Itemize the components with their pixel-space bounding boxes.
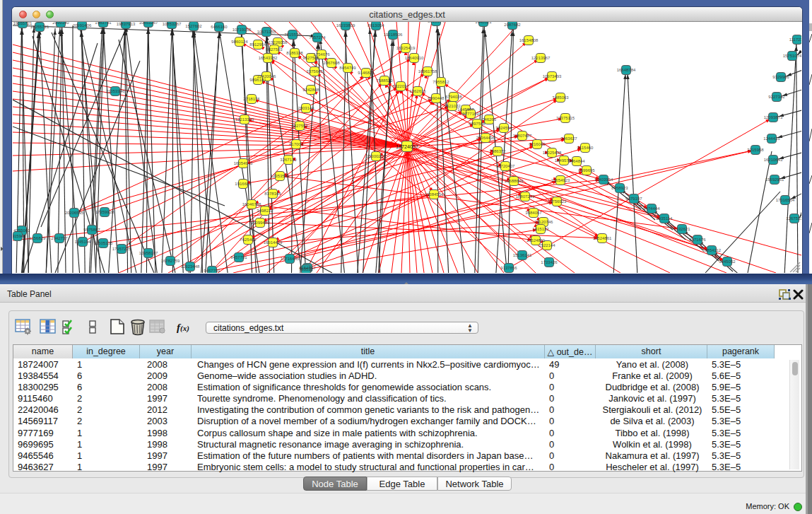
svg-text:9474444: 9474444 (643, 206, 660, 211)
svg-text:16961758: 16961758 (418, 69, 437, 74)
svg-text:13226058: 13226058 (269, 40, 288, 45)
svg-text:16914429: 16914429 (264, 240, 283, 245)
svg-text:13716485: 13716485 (281, 257, 300, 261)
svg-text:7955812: 7955812 (433, 80, 449, 84)
svg-text:9457791: 9457791 (230, 255, 247, 259)
svg-text:16120746: 16120746 (534, 220, 553, 224)
svg-text:19837913: 19837913 (117, 22, 136, 26)
svg-text:2942737: 2942737 (51, 236, 68, 240)
svg-text:12213369: 12213369 (235, 117, 254, 122)
svg-text:8813054: 8813054 (367, 23, 384, 28)
svg-text:9827503: 9827503 (266, 47, 283, 52)
svg-text:10025438: 10025438 (543, 151, 562, 155)
svg-text:3684067: 3684067 (525, 211, 542, 215)
svg-text:12093873: 12093873 (764, 115, 783, 119)
svg-text:15692951: 15692951 (765, 177, 784, 182)
svg-text:16046768: 16046768 (242, 202, 261, 206)
svg-text:15099489: 15099489 (251, 221, 270, 225)
svg-text:9146821: 9146821 (358, 71, 375, 75)
svg-text:16782759: 16782759 (161, 259, 180, 263)
svg-text:8186328: 8186328 (286, 51, 303, 55)
svg-text:16154808: 16154808 (519, 38, 539, 42)
svg-text:17016504: 17016504 (776, 198, 795, 202)
svg-text:10958107: 10958107 (139, 251, 158, 255)
svg-text:9457791: 9457791 (204, 269, 220, 273)
svg-text:9227342: 9227342 (768, 95, 785, 99)
svg-text:3267130: 3267130 (280, 158, 297, 162)
svg-text:1244415: 1244415 (763, 136, 780, 141)
svg-text:7625402: 7625402 (240, 238, 257, 242)
svg-text:2718176: 2718176 (243, 97, 260, 101)
svg-text:16648784: 16648784 (617, 68, 636, 72)
svg-text:7485063: 7485063 (552, 95, 569, 100)
svg-text:8471676: 8471676 (689, 238, 706, 242)
svg-text:1145194: 1145194 (75, 240, 92, 244)
svg-text:2935114: 2935114 (657, 216, 673, 221)
svg-text:1117234: 1117234 (789, 37, 801, 42)
svg-text:6466160: 6466160 (211, 25, 228, 29)
svg-text:18724007: 18724007 (396, 144, 418, 150)
svg-text:8427552: 8427552 (291, 124, 308, 128)
svg-text:9242848: 9242848 (302, 88, 319, 92)
svg-text:6679197: 6679197 (625, 197, 642, 201)
svg-text:10688609: 10688609 (505, 179, 524, 183)
svg-text:13524861: 13524861 (593, 236, 612, 240)
svg-text:8613074: 8613074 (428, 22, 445, 23)
svg-text:8454749: 8454749 (339, 66, 356, 70)
svg-text:17957225: 17957225 (112, 247, 131, 251)
svg-text:6794028: 6794028 (445, 95, 462, 99)
svg-text:2099140: 2099140 (52, 22, 69, 25)
svg-text:7588520: 7588520 (376, 78, 393, 83)
svg-text:16210643: 16210643 (764, 158, 783, 162)
svg-text:9137856: 9137856 (500, 266, 517, 270)
svg-text:19218506: 19218506 (384, 33, 403, 37)
svg-text:20206535: 20206535 (65, 211, 84, 215)
svg-text:10854112: 10854112 (702, 248, 722, 252)
svg-text:18807249: 18807249 (516, 194, 535, 199)
svg-text:7515536: 7515536 (284, 33, 301, 37)
svg-text:8378344: 8378344 (264, 192, 281, 196)
svg-text:18640910: 18640910 (405, 56, 424, 60)
svg-text:16403954: 16403954 (594, 177, 613, 182)
svg-text:15136141: 15136141 (513, 253, 532, 257)
svg-text:16325419: 16325419 (396, 46, 416, 50)
svg-text:6699695: 6699695 (578, 168, 595, 173)
svg-text:2522144: 2522144 (539, 243, 555, 247)
svg-text:17359928: 17359928 (95, 210, 114, 214)
svg-text:9245052: 9245052 (719, 259, 736, 264)
svg-text:9777169: 9777169 (462, 112, 479, 116)
svg-text:1648621: 1648621 (475, 22, 492, 24)
svg-text:1527602: 1527602 (185, 24, 202, 28)
svg-text:7632621: 7632621 (673, 227, 690, 231)
svg-text:1916682: 1916682 (235, 182, 252, 186)
svg-text:1983791: 1983791 (95, 22, 112, 25)
svg-text:10807487: 10807487 (513, 134, 532, 138)
svg-text:3498222: 3498222 (257, 209, 273, 213)
svg-text:1615132: 1615132 (532, 227, 549, 231)
svg-text:9464844: 9464844 (568, 159, 585, 163)
svg-text:14055721: 14055721 (30, 25, 49, 29)
svg-text:2087682: 2087682 (504, 23, 521, 27)
svg-text:4355061: 4355061 (13, 228, 30, 233)
svg-text:12353504: 12353504 (271, 174, 290, 178)
svg-text:10719155: 10719155 (233, 28, 252, 32)
svg-text:16033809: 16033809 (336, 23, 355, 28)
svg-text:21053346: 21053346 (106, 89, 125, 93)
svg-text:8958923: 8958923 (611, 186, 628, 190)
svg-text:16054945: 16054945 (234, 161, 253, 165)
svg-text:7986372: 7986372 (489, 149, 506, 153)
svg-text:6897568: 6897568 (469, 122, 486, 126)
svg-text:10853267: 10853267 (163, 22, 182, 26)
svg-text:1267533: 1267533 (786, 216, 801, 221)
svg-text:19654923: 19654923 (551, 178, 570, 182)
svg-text:7357274: 7357274 (309, 35, 326, 40)
svg-text:10853267: 10853267 (139, 22, 158, 25)
svg-text:5322037: 5322037 (392, 84, 409, 88)
svg-text:6216049: 6216049 (529, 142, 546, 146)
svg-text:3915941: 3915941 (13, 234, 26, 238)
svg-text:12505135: 12505135 (94, 241, 113, 245)
svg-text:3375645: 3375645 (306, 69, 323, 74)
svg-text:9975887: 9975887 (83, 228, 100, 232)
svg-text:2867608: 2867608 (323, 61, 340, 65)
svg-text:12213967: 12213967 (531, 56, 551, 60)
